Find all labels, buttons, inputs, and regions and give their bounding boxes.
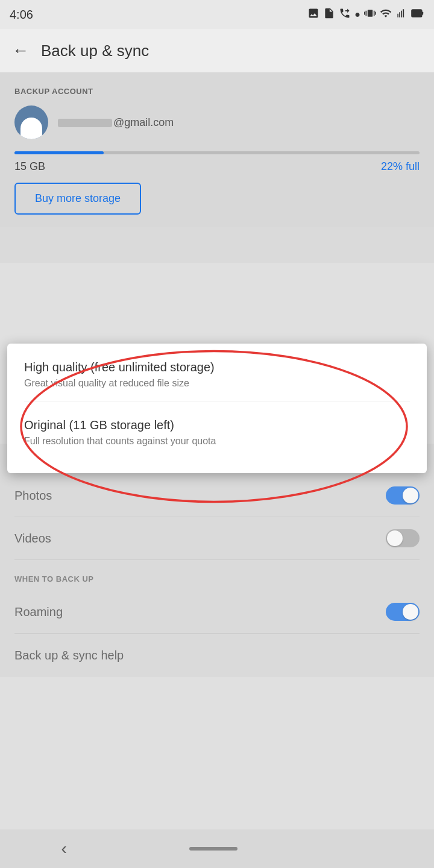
back-button[interactable]: ← xyxy=(12,41,29,60)
storage-section: 15 GB 22% full xyxy=(14,151,420,173)
backup-account-label: BACKUP ACCOUNT xyxy=(14,87,420,96)
quality-popup-dialog: High quality (free unlimited storage) Gr… xyxy=(7,344,427,473)
email-blur xyxy=(58,119,112,127)
account-email: @gmail.com xyxy=(58,116,174,129)
photos-toggle[interactable] xyxy=(386,486,420,505)
photo-icon xyxy=(307,7,319,22)
roaming-toggle[interactable] xyxy=(386,603,420,621)
bottom-nav: ‹ xyxy=(0,829,434,868)
videos-row: Videos xyxy=(14,517,420,560)
avatar-silhouette xyxy=(20,118,42,139)
roaming-label: Roaming xyxy=(14,605,63,619)
status-icons: ● xyxy=(307,7,424,22)
storage-row: 15 GB 22% full xyxy=(14,160,420,173)
when-backup-label: WHEN TO BACK UP xyxy=(14,560,420,591)
missed-call-icon xyxy=(339,7,351,22)
storage-total: 15 GB xyxy=(14,160,45,173)
battery-icon xyxy=(411,7,424,22)
high-quality-option[interactable]: High quality (free unlimited storage) Gr… xyxy=(7,344,427,401)
account-row: @gmail.com xyxy=(14,105,420,139)
email-domain: @gmail.com xyxy=(113,116,174,128)
top-bar: ← Back up & sync xyxy=(0,29,434,72)
photos-label: Photos xyxy=(14,489,52,503)
svg-rect-1 xyxy=(422,12,424,15)
photos-row: Photos xyxy=(14,474,420,517)
page-title: Back up & sync xyxy=(41,42,149,60)
storage-bar-fill xyxy=(14,151,104,154)
videos-label: Videos xyxy=(14,532,51,546)
signal-icon xyxy=(395,7,407,22)
popup-bottom-padding xyxy=(7,459,427,473)
original-quality-subtitle: Full resolution that counts against your… xyxy=(24,436,410,447)
avatar xyxy=(14,105,48,139)
status-time: 4:06 xyxy=(10,8,33,22)
buy-more-storage-button[interactable]: Buy more storage xyxy=(14,183,141,215)
wifi-icon xyxy=(380,7,392,22)
vibrate-icon xyxy=(364,7,376,22)
storage-bar-background xyxy=(14,151,420,154)
help-link[interactable]: Back up & sync help xyxy=(14,634,420,677)
backup-account-section: BACKUP ACCOUNT @gmail.com 15 GB 22% full… xyxy=(0,72,434,227)
original-quality-title: Original (11 GB storage left) xyxy=(24,418,410,432)
high-quality-title: High quality (free unlimited storage) xyxy=(24,360,410,374)
videos-toggle[interactable] xyxy=(386,529,420,547)
dot-icon: ● xyxy=(354,9,360,20)
original-quality-option[interactable]: Original (11 GB storage left) Full resol… xyxy=(7,401,427,459)
high-quality-subtitle: Great visual quality at reduced file siz… xyxy=(24,378,410,389)
svg-rect-2 xyxy=(412,10,421,16)
videos-toggle-knob xyxy=(387,530,403,546)
doc-icon xyxy=(323,7,335,22)
photos-toggle-knob xyxy=(403,488,418,503)
roaming-row: Roaming xyxy=(14,591,420,634)
status-bar: 4:06 ● xyxy=(0,0,434,29)
nav-home-pill[interactable] xyxy=(189,847,237,851)
roaming-toggle-knob xyxy=(403,604,418,620)
nav-back-button[interactable]: ‹ xyxy=(61,839,66,858)
storage-percent: 22% full xyxy=(381,160,420,173)
